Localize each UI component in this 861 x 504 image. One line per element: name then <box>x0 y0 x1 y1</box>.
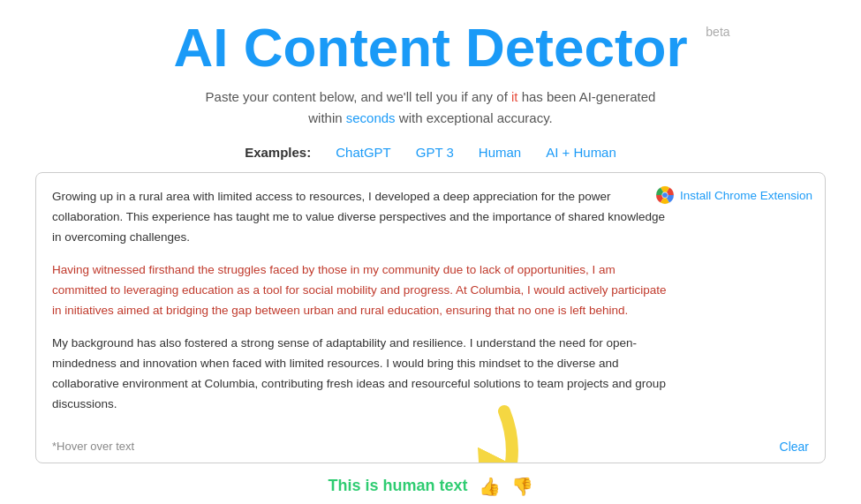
example-chatgpt[interactable]: ChatGPT <box>336 145 391 160</box>
example-ai-human[interactable]: AI + Human <box>546 145 616 160</box>
paragraph-2: Having witnessed firsthand the struggles… <box>52 260 670 321</box>
thumbup-icon[interactable]: 👍 <box>479 476 501 497</box>
hover-hint: *Hover over text <box>52 440 134 453</box>
example-human[interactable]: Human <box>479 145 521 160</box>
clear-button[interactable]: Clear <box>780 440 809 454</box>
thumbdown-icon[interactable]: 👎 <box>511 476 533 497</box>
content-box-footer: *Hover over text Clear <box>52 440 809 454</box>
paragraph-3: My background has also fostered a strong… <box>52 334 670 415</box>
content-text: Growing up in a rural area with limited … <box>52 187 670 414</box>
paragraph-1: Growing up in a rural area with limited … <box>52 187 670 248</box>
chrome-icon <box>655 185 675 205</box>
svg-point-3 <box>662 192 668 198</box>
chrome-extension-banner[interactable]: Install Chrome Extension <box>655 185 812 205</box>
content-area: Install Chrome Extension Growing up in a… <box>35 172 826 463</box>
result-text: This is human text <box>328 477 467 495</box>
examples-label: Examples: <box>245 145 311 160</box>
subtitle: Paste your content below, and we'll tell… <box>35 87 826 129</box>
chrome-extension-label[interactable]: Install Chrome Extension <box>680 189 812 202</box>
beta-badge: beta <box>706 25 729 39</box>
page-title: AI Content Detector <box>173 18 687 78</box>
example-gpt3[interactable]: GPT 3 <box>416 145 454 160</box>
